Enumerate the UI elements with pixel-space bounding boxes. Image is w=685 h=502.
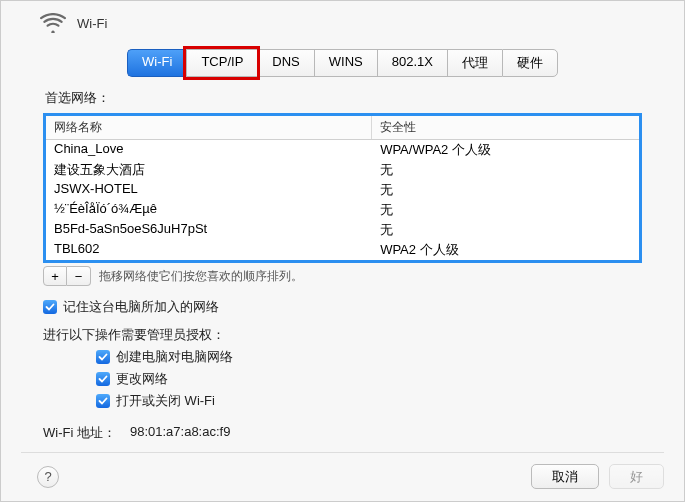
admin-create-checkbox[interactable] — [96, 350, 110, 364]
tab-dns[interactable]: DNS — [257, 49, 313, 77]
table-row[interactable]: JSWX-HOTEL无 — [46, 180, 639, 200]
admin-auth-label: 进行以下操作需要管理员授权： — [43, 326, 684, 344]
admin-change-checkbox[interactable] — [96, 372, 110, 386]
tab-tcp-ip[interactable]: TCP/IP — [186, 49, 257, 77]
tab-802-1x[interactable]: 802.1X — [377, 49, 447, 77]
admin-create-row: 创建电脑对电脑网络 — [96, 348, 684, 366]
cancel-button[interactable]: 取消 — [531, 464, 599, 489]
wifi-address-row: Wi-Fi 地址： 98:01:a7:a8:ac:f9 — [43, 424, 684, 442]
footer: ? 取消 好 — [1, 464, 684, 489]
header-title: Wi-Fi — [77, 16, 107, 31]
network-name: China_Love — [46, 140, 372, 160]
preferred-networks-label: 首选网络： — [1, 77, 684, 113]
column-header-security[interactable]: 安全性 — [372, 116, 639, 139]
wifi-icon — [39, 11, 67, 35]
table-row[interactable]: B5Fd-5aSn5oeS6JuH7pSt无 — [46, 220, 639, 240]
table-row[interactable]: 建设五象大酒店无 — [46, 160, 639, 180]
divider — [21, 452, 664, 453]
table-row[interactable]: China_LoveWPA/WPA2 个人级 — [46, 140, 639, 160]
wifi-address-label: Wi-Fi 地址： — [43, 424, 116, 442]
tab-wins[interactable]: WINS — [314, 49, 377, 77]
network-security: 无 — [372, 180, 639, 200]
add-button[interactable]: + — [43, 266, 67, 286]
network-security: 无 — [372, 220, 639, 240]
wifi-address-value: 98:01:a7:a8:ac:f9 — [130, 424, 230, 442]
admin-change-label: 更改网络 — [116, 370, 168, 388]
network-security: 无 — [372, 200, 639, 220]
admin-toggle-label: 打开或关闭 Wi-Fi — [116, 392, 215, 410]
wifi-preferences-window: Wi-Fi Wi-FiTCP/IPDNSWINS802.1X代理硬件 首选网络：… — [0, 0, 685, 502]
remember-checkbox[interactable] — [43, 300, 57, 314]
tab--[interactable]: 代理 — [447, 49, 502, 77]
remember-networks-row: 记住这台电脑所加入的网络 — [43, 298, 684, 316]
tabs-segmented-control: Wi-FiTCP/IPDNSWINS802.1X代理硬件 — [1, 49, 684, 77]
admin-change-row: 更改网络 — [96, 370, 684, 388]
tab--[interactable]: 硬件 — [502, 49, 558, 77]
network-security: WPA2 个人级 — [372, 240, 639, 260]
remember-label: 记住这台电脑所加入的网络 — [63, 298, 219, 316]
preferred-networks-list[interactable]: 网络名称 安全性 China_LoveWPA/WPA2 个人级建设五象大酒店无J… — [43, 113, 642, 263]
help-button[interactable]: ? — [37, 466, 59, 488]
list-header: 网络名称 安全性 — [46, 116, 639, 140]
header: Wi-Fi — [1, 1, 684, 35]
ok-button[interactable]: 好 — [609, 464, 664, 489]
tab-wi-fi[interactable]: Wi-Fi — [127, 49, 186, 77]
network-name: TBL602 — [46, 240, 372, 260]
admin-toggle-checkbox[interactable] — [96, 394, 110, 408]
network-security: 无 — [372, 160, 639, 180]
column-header-name[interactable]: 网络名称 — [46, 116, 372, 139]
network-name: ½¨ÉèÎåÏó´ó¾Æµê — [46, 200, 372, 220]
network-name: JSWX-HOTEL — [46, 180, 372, 200]
table-row[interactable]: ½¨ÉèÎåÏó´ó¾Æµê无 — [46, 200, 639, 220]
table-row[interactable]: TBL602WPA2 个人级 — [46, 240, 639, 260]
admin-create-label: 创建电脑对电脑网络 — [116, 348, 233, 366]
network-security: WPA/WPA2 个人级 — [372, 140, 639, 160]
add-remove-row: + − 拖移网络使它们按您喜欢的顺序排列。 — [43, 266, 684, 286]
remove-button[interactable]: − — [67, 266, 91, 286]
admin-toggle-row: 打开或关闭 Wi-Fi — [96, 392, 684, 410]
network-name: B5Fd-5aSn5oeS6JuH7pSt — [46, 220, 372, 240]
drag-hint: 拖移网络使它们按您喜欢的顺序排列。 — [99, 268, 303, 285]
network-name: 建设五象大酒店 — [46, 160, 372, 180]
